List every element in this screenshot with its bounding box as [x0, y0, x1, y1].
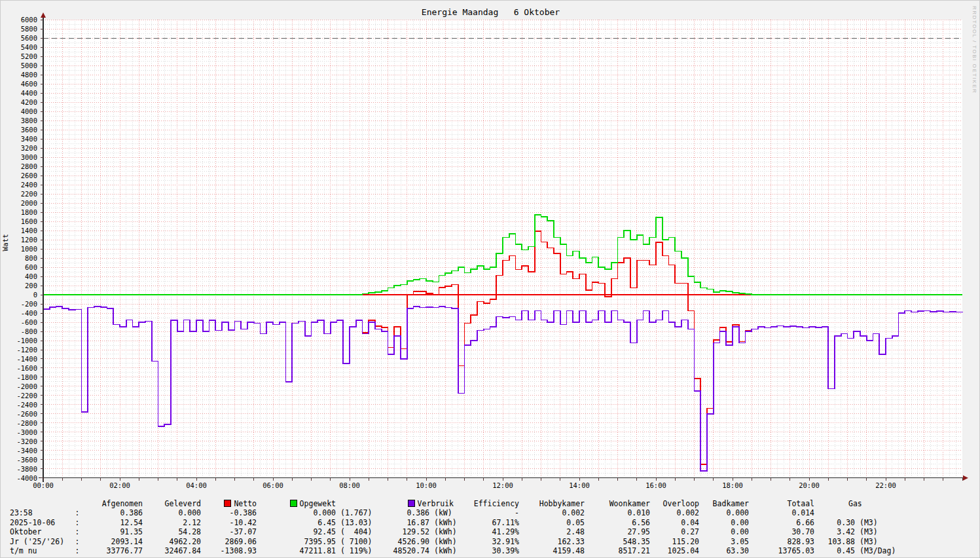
x-tick-label: 10:00: [412, 481, 441, 489]
x-tick-label: 00:00: [29, 481, 58, 489]
x-tick-label: 08:00: [335, 481, 364, 489]
table-cell: :: [74, 518, 81, 527]
y-tick-label: 3800: [3, 117, 37, 124]
column-header-opgewekt: Opgewekt: [257, 499, 336, 508]
y-tick-label: 5600: [3, 34, 37, 42]
table-row: Oktober:91.3554.28-37.0792.45( 404)129.5…: [10, 527, 901, 536]
x-tick-label: 12:00: [488, 481, 517, 489]
y-tick-label: 600: [3, 263, 37, 271]
y-tick-label: 2800: [3, 162, 37, 170]
column-header-empty: [336, 499, 372, 508]
table-cell: 30.39%: [460, 546, 519, 555]
table-cell: [814, 508, 855, 517]
y-tick-label: 1400: [3, 227, 37, 234]
x-tick-label: 22:00: [871, 481, 900, 489]
table-row: t/m nu:33776.7732467.84-1308.9347211.81(…: [10, 546, 901, 555]
x-axis-arrow: [963, 475, 968, 481]
column-header-netto: Netto: [201, 499, 257, 508]
table-cell: 0.386: [372, 508, 429, 517]
table-cell: 115.20: [650, 537, 699, 546]
table-cell: (kWh): [429, 537, 460, 546]
y-tick-label: -400: [3, 309, 37, 317]
table-cell: 27.95: [585, 527, 650, 536]
table-cell: 3.42: [814, 527, 855, 536]
x-tick-label: 14:00: [565, 481, 594, 489]
table-cell: -1308.93: [201, 546, 257, 555]
table-cell: 13765.03: [749, 546, 814, 555]
y-tick-label: 1000: [3, 245, 37, 253]
table-cell: 92.45: [257, 527, 336, 536]
table-cell: 4962.20: [143, 537, 201, 546]
y-tick-label: 3200: [3, 144, 37, 152]
table-cell: 6.45: [257, 518, 336, 527]
table-cell: 2.48: [519, 527, 585, 536]
table-cell: ( 404): [336, 527, 372, 536]
table-cell: 67.11%: [460, 518, 519, 527]
table-cell: (kWh): [429, 518, 460, 527]
y-tick-label: 0: [3, 291, 37, 299]
table-cell: 47211.81: [257, 546, 336, 555]
table-cell: Jr ('25/'26): [10, 537, 74, 546]
table-cell: -: [460, 508, 519, 517]
y-tick-label: 4800: [3, 71, 37, 79]
y-tick-label: -1600: [3, 364, 37, 372]
column-header-afgenomen: Afgenomen: [81, 499, 143, 508]
column-header-badkamer: Badkamer: [699, 499, 749, 508]
table-cell: 0.00: [699, 527, 749, 536]
table-cell: (M3): [855, 518, 901, 527]
y-tick-label: -2800: [3, 419, 37, 427]
table-cell: ( 119%): [336, 546, 372, 555]
table-cell: 0.000: [257, 508, 336, 517]
table-cell: :: [74, 546, 81, 555]
table-cell: 103.88: [814, 537, 855, 546]
column-header-hobbykamer: Hobbykamer: [519, 499, 585, 508]
y-tick-label: -200: [3, 300, 37, 308]
table-cell: [855, 508, 901, 517]
table-cell: 0.000: [143, 508, 201, 517]
verbruik-legend-swatch: [408, 500, 415, 507]
y-tick-label: -1200: [3, 346, 37, 354]
table-cell: 33776.77: [81, 546, 143, 555]
table-cell: 4159.48: [519, 546, 585, 555]
y-tick-label: 400: [3, 272, 37, 280]
x-tick-label: 18:00: [718, 481, 747, 489]
column-header-gas: Gas: [814, 499, 901, 508]
table-cell: :: [74, 537, 81, 546]
y-tick-label: 4400: [3, 89, 37, 97]
table-cell: ( 7100): [336, 537, 372, 546]
y-tick-label: 6000: [3, 16, 37, 24]
table-cell: 828.93: [749, 537, 814, 546]
table-cell: 0.000: [699, 508, 749, 517]
table-cell: :: [74, 527, 81, 536]
y-tick-label: 2200: [3, 190, 37, 198]
y-tick-label: -3200: [3, 437, 37, 445]
y-tick-label: -1800: [3, 373, 37, 381]
table-cell: -10.42: [201, 518, 257, 527]
y-tick-label: 4000: [3, 107, 37, 115]
y-tick-label: 800: [3, 254, 37, 262]
netto-legend-swatch: [224, 500, 231, 507]
table-cell: 0.05: [519, 518, 585, 527]
table-cell: 0.014: [749, 508, 814, 517]
table-cell: 1025.04: [650, 546, 699, 555]
table-cell: 23:58: [10, 508, 74, 517]
column-header-overloop: Overloop: [650, 499, 699, 508]
y-tick-label: 5200: [3, 52, 37, 60]
table-cell: 41.29%: [460, 527, 519, 536]
y-tick-label: -800: [3, 327, 37, 335]
table-row: 23:58:0.3860.000-0.3860.000(1.767)0.386(…: [10, 508, 901, 517]
table-cell: 6.56: [585, 518, 650, 527]
y-tick-label: -2600: [3, 410, 37, 418]
energy-chart: [1, 1, 980, 558]
table-cell: 0.010: [585, 508, 650, 517]
opgewekt-legend-swatch: [290, 500, 297, 507]
y-tick-label: 3400: [3, 135, 37, 143]
x-tick-label: 06:00: [259, 481, 287, 489]
column-header-woonkamer: Woonkamer: [585, 499, 650, 508]
y-tick-label: 5000: [3, 62, 37, 69]
y-tick-label: -2200: [3, 392, 37, 400]
table-cell: 3.05: [699, 537, 749, 546]
column-header-empty: [74, 499, 81, 508]
table-cell: 0.30: [814, 518, 855, 527]
y-tick-label: -2000: [3, 382, 37, 390]
